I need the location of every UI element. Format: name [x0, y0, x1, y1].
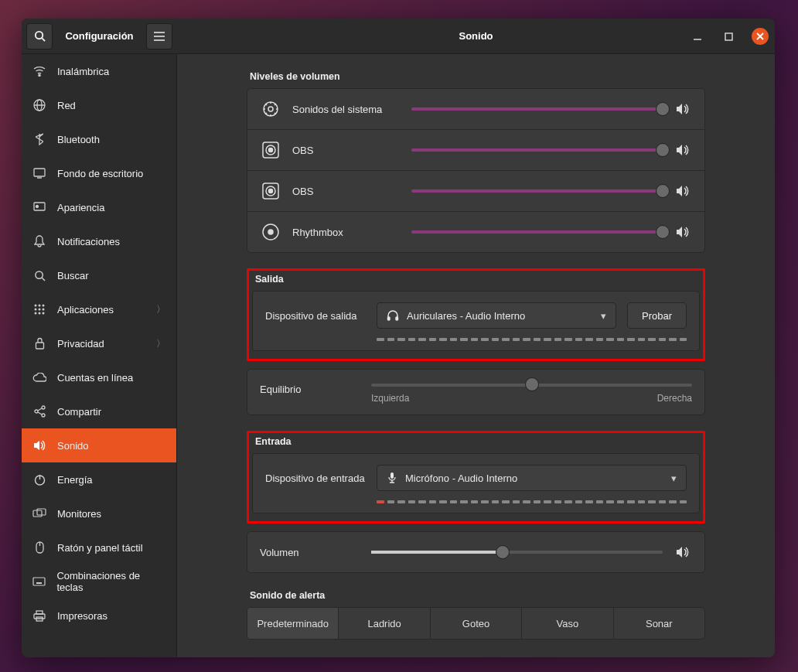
minimize-button[interactable]: [690, 29, 705, 44]
output-level-meter: [377, 338, 687, 343]
svg-rect-59: [388, 317, 390, 320]
svg-point-53: [269, 148, 273, 152]
balance-panel: Equilibrio Izquierda Derecha: [247, 369, 705, 415]
balance-slider[interactable]: Izquierda Derecha: [371, 384, 692, 404]
speaker-icon[interactable]: [674, 103, 692, 115]
sidebar-item-mouse[interactable]: Ratón y panel táctil: [22, 530, 176, 565]
wifi-icon: [32, 64, 46, 78]
sidebar-item-search[interactable]: Buscar: [22, 258, 176, 292]
volume-slider[interactable]: [411, 189, 663, 193]
alert-sound-tabs: PredeterminadoLadridoGoteoVasoSonar: [247, 607, 705, 640]
globe-icon: [32, 98, 46, 112]
output-device-dropdown[interactable]: Auriculares - Audio Interno ▾: [377, 302, 616, 329]
app-name: OBS: [292, 145, 401, 156]
close-button[interactable]: [752, 28, 769, 45]
speaker-icon[interactable]: [674, 185, 692, 197]
sidebar-item-share[interactable]: Compartir: [22, 394, 176, 428]
hamburger-icon: [154, 32, 165, 41]
share-icon: [32, 404, 46, 418]
bluetooth-icon: [32, 132, 46, 146]
alert-tab[interactable]: Predeterminado: [247, 608, 339, 639]
sidebar-item-label: Inalámbrica: [57, 66, 109, 77]
sidebar-item-keyboard[interactable]: Combinaciones de teclas: [22, 565, 176, 599]
app-title: Configuración: [57, 30, 142, 42]
search-button[interactable]: [26, 23, 53, 49]
svg-point-50: [268, 107, 273, 111]
sidebar-item-printer[interactable]: Impresoras: [22, 599, 176, 633]
hamburger-button[interactable]: [146, 23, 172, 49]
svg-point-17: [35, 271, 42, 278]
sidebar-item-display[interactable]: Fondo de escritorio: [22, 156, 176, 190]
sidebar-item-sound[interactable]: Sonido: [22, 428, 176, 462]
svg-rect-60: [396, 317, 398, 320]
sidebar-item-monitors[interactable]: Monitores: [22, 496, 176, 530]
apps-icon: [32, 302, 46, 316]
keyboard-icon: [32, 575, 46, 588]
alert-tab[interactable]: Sonar: [614, 608, 704, 639]
input-volume-slider[interactable]: [371, 551, 663, 554]
svg-rect-6: [725, 33, 732, 40]
svg-point-20: [39, 305, 41, 307]
input-volume-label: Volumen: [260, 547, 360, 558]
alert-tab[interactable]: Ladrido: [339, 608, 430, 639]
balance-label: Equilibrio: [260, 384, 360, 395]
svg-point-27: [43, 312, 45, 315]
sidebar-item-globe[interactable]: Red: [22, 88, 176, 122]
maximize-button[interactable]: [721, 29, 736, 44]
sidebar-item-bluetooth[interactable]: Bluetooth: [22, 122, 176, 156]
sidebar-item-label: Ratón y panel táctil: [57, 542, 143, 554]
microphone-icon: [387, 472, 397, 484]
sidebar-item-label: Fondo de escritorio: [57, 168, 143, 179]
sidebar-item-power[interactable]: Energía: [22, 462, 176, 496]
rhythmbox-icon: [260, 221, 281, 243]
test-output-button[interactable]: Probar: [627, 302, 687, 329]
chevron-right-icon: 〉: [156, 337, 165, 350]
sidebar-item-lock[interactable]: Privacidad 〉: [22, 326, 176, 360]
sidebar-item-label: Notificaciones: [57, 236, 120, 247]
volume-slider[interactable]: [411, 107, 663, 111]
svg-point-30: [42, 406, 45, 409]
chevron-down-icon: ▾: [671, 472, 677, 484]
alert-tab[interactable]: Vaso: [522, 608, 613, 639]
volume-slider[interactable]: [411, 148, 663, 152]
speaker-icon[interactable]: [674, 546, 692, 558]
sidebar-item-bell[interactable]: Notificaciones: [22, 224, 176, 258]
display-icon: [32, 166, 46, 180]
power-icon: [32, 472, 46, 486]
svg-point-21: [43, 305, 45, 307]
sidebar-item-label: Bluetooth: [57, 134, 100, 145]
output-highlight: Salida Dispositivo de salida Auriculares…: [247, 268, 705, 361]
volume-row: OBS: [247, 171, 704, 212]
svg-rect-40: [33, 578, 45, 585]
volume-slider[interactable]: [411, 230, 663, 234]
chevron-down-icon: ▾: [601, 310, 606, 322]
svg-rect-13: [34, 169, 45, 176]
volume-row: OBS: [247, 130, 704, 171]
titlebar: Configuración Sonido: [22, 19, 775, 54]
input-device-dropdown[interactable]: Micrófono - Audio Interno ▾: [377, 465, 687, 491]
svg-line-1: [42, 38, 45, 41]
obs-icon: [260, 180, 281, 202]
input-section-title: Entrada: [255, 436, 700, 447]
svg-point-31: [42, 414, 45, 417]
sidebar-item-label: Privacidad: [57, 338, 104, 350]
svg-point-25: [35, 312, 37, 315]
sidebar-item-wifi[interactable]: Inalámbrica: [22, 54, 176, 88]
sidebar-item-label: Cuentas en línea: [57, 372, 133, 384]
app-name: Rhythmbox: [292, 227, 401, 238]
bell-icon: [32, 234, 46, 248]
output-panel: Dispositivo de salida Auriculares - Audi…: [252, 291, 700, 351]
output-device-value: Auriculares - Audio Interno: [407, 310, 525, 322]
lock-icon: [32, 336, 46, 350]
speaker-icon[interactable]: [674, 144, 692, 156]
sidebar-item-appearance[interactable]: Apariencia: [22, 190, 176, 224]
svg-line-32: [38, 408, 42, 411]
sidebar-item-label: Energía: [57, 474, 93, 486]
sidebar-item-apps[interactable]: Aplicaciones 〉: [22, 292, 176, 326]
svg-point-23: [39, 309, 41, 311]
alert-tab[interactable]: Goteo: [431, 608, 522, 639]
speaker-icon[interactable]: [674, 226, 692, 238]
sound-icon: [32, 438, 46, 452]
gear-icon: [260, 98, 281, 120]
sidebar-item-cloud[interactable]: Cuentas en línea: [22, 360, 176, 394]
